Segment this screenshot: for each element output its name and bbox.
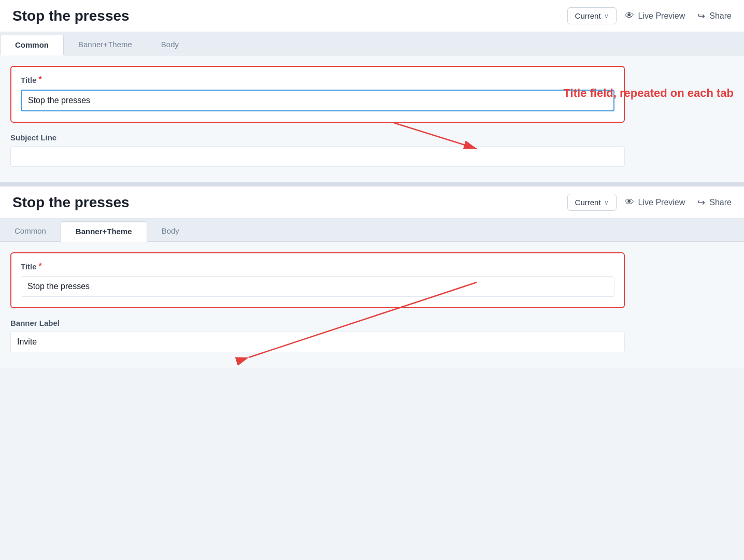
title-field-section-2: Title * xyxy=(10,252,625,308)
subject-line-label-1: Subject Line xyxy=(10,133,625,142)
chevron-down-icon-2: ∨ xyxy=(604,199,609,206)
title-input-2[interactable] xyxy=(21,276,614,297)
share-label-1: Share xyxy=(709,11,732,21)
page-title-1: Stop the presses xyxy=(12,8,559,24)
tab-bar-2: Common Banner+Theme Body xyxy=(0,219,744,242)
subject-line-group-1: Subject Line xyxy=(10,133,625,167)
version-dropdown-1[interactable]: Current ∨ xyxy=(567,7,617,24)
page-title-2: Stop the presses xyxy=(12,194,559,211)
eye-icon-2: 👁 xyxy=(625,197,634,208)
title-label-1: Title * xyxy=(21,75,614,84)
title-label-2: Title * xyxy=(21,262,614,271)
banner-label-input[interactable] xyxy=(10,332,625,352)
tab-common-1[interactable]: Common xyxy=(0,35,64,55)
title-field-section-1: Title * xyxy=(10,66,625,123)
dropdown-label-2: Current xyxy=(575,198,601,207)
form-area-1: Title * Subject Line Tit xyxy=(0,55,744,182)
share-icon-1: ↪ xyxy=(697,10,705,22)
tab-common-2[interactable]: Common xyxy=(0,221,61,242)
header-actions-1: 👁 Live Preview ↪ Share xyxy=(625,10,732,22)
live-preview-button-2[interactable]: 👁 Live Preview xyxy=(625,197,685,208)
form-area-2: Title * Banner Label xyxy=(0,242,744,368)
required-indicator-2: * xyxy=(39,262,42,271)
tab-bar-1: Common Banner+Theme Body xyxy=(0,32,744,55)
share-label-2: Share xyxy=(709,198,732,207)
panel-1: Stop the presses Current ∨ 👁 Live Previe… xyxy=(0,0,744,182)
tab-body-2[interactable]: Body xyxy=(147,221,194,242)
panel-divider xyxy=(0,182,744,186)
live-preview-label-2: Live Preview xyxy=(638,198,685,207)
panel-2: Stop the presses Current ∨ 👁 Live Previe… xyxy=(0,186,744,368)
header-1: Stop the presses Current ∨ 👁 Live Previe… xyxy=(0,0,744,32)
version-dropdown-2[interactable]: Current ∨ xyxy=(567,194,617,211)
banner-label-group: Banner Label xyxy=(10,319,625,352)
share-icon-2: ↪ xyxy=(697,197,705,208)
share-button-1[interactable]: ↪ Share xyxy=(697,10,732,22)
tab-body-1[interactable]: Body xyxy=(147,35,193,55)
header-2: Stop the presses Current ∨ 👁 Live Previe… xyxy=(0,186,744,219)
share-button-2[interactable]: ↪ Share xyxy=(697,197,732,208)
chevron-down-icon-1: ∨ xyxy=(604,12,609,20)
tab-banner-theme-2[interactable]: Banner+Theme xyxy=(61,221,147,242)
title-input-1[interactable] xyxy=(21,90,614,111)
banner-label-label: Banner Label xyxy=(10,319,625,327)
tab-banner-theme-1[interactable]: Banner+Theme xyxy=(64,35,147,55)
header-actions-2: 👁 Live Preview ↪ Share xyxy=(625,197,732,208)
required-indicator-1: * xyxy=(39,75,42,84)
dropdown-label-1: Current xyxy=(575,11,601,20)
live-preview-button-1[interactable]: 👁 Live Preview xyxy=(625,10,685,21)
eye-icon-1: 👁 xyxy=(625,10,634,21)
subject-line-input-1[interactable] xyxy=(10,146,625,167)
live-preview-label-1: Live Preview xyxy=(638,11,685,21)
